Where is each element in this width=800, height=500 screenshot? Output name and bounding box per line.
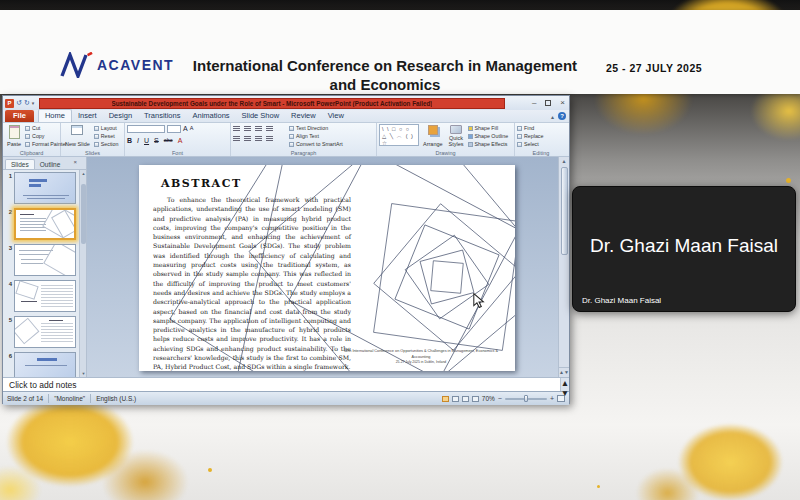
shrink-font-button[interactable]: A	[190, 124, 194, 133]
select-icon	[517, 142, 522, 147]
shapes-gallery[interactable]: \ \ □ ○ ○ △ ╲ ︵ ( ) ☆	[379, 124, 419, 146]
tab-review[interactable]: Review	[285, 110, 322, 122]
increase-indent-button[interactable]	[266, 126, 273, 132]
zoom-slider-handle[interactable]	[524, 395, 528, 402]
font-size-select[interactable]	[167, 125, 181, 133]
speaker-video-tile[interactable]: Dr. Ghazi Maan Faisal Dr. Ghazi Maan Fai…	[572, 186, 796, 312]
slide-thumbnail-1[interactable]: 1	[5, 172, 76, 204]
numbering-button[interactable]	[244, 126, 251, 132]
editing-group-label: Editing	[515, 150, 567, 156]
zoom-slider[interactable]	[505, 398, 547, 400]
notes-pane[interactable]: Click to add notes ▲ ▼	[3, 377, 569, 391]
help-icon[interactable]: ?	[558, 112, 566, 120]
bullets-button[interactable]	[233, 126, 240, 132]
reading-view-button[interactable]	[462, 396, 469, 402]
tab-home[interactable]: Home	[38, 109, 72, 122]
language-indicator[interactable]: English (U.S.)	[96, 395, 136, 402]
convert-smartart-button[interactable]: Convert to SmartArt	[289, 141, 343, 147]
maximize-button[interactable]	[545, 100, 551, 106]
layout-icon	[94, 126, 99, 131]
scroll-down-icon[interactable]: ▼	[561, 388, 569, 398]
slide-thumbnail-5[interactable]: 5	[5, 316, 76, 348]
scroll-up-icon[interactable]: ▲	[559, 157, 569, 166]
slides-panel-scrollbar[interactable]: ▲ ▼	[79, 170, 86, 377]
quick-styles-button[interactable]: Quick Styles	[447, 124, 466, 148]
shape-outline-button[interactable]: Shape Outline	[468, 133, 509, 139]
slide-canvas[interactable]: ABSTRACT To enhance the theoretical fram…	[139, 165, 515, 371]
slide-thumbnail-3[interactable]: 3	[5, 244, 76, 276]
clear-formatting-button[interactable]: abc	[164, 136, 173, 145]
underline-button[interactable]: U	[144, 136, 149, 145]
redo-icon[interactable]: ↻	[24, 98, 30, 108]
text-direction-button[interactable]: Text Direction	[289, 125, 343, 131]
speaker-display-name: Dr. Ghazi Maan Faisal	[573, 235, 795, 257]
grow-font-button[interactable]: A	[183, 124, 188, 133]
close-button[interactable]: ×	[560, 98, 565, 108]
reset-button[interactable]: Reset	[94, 133, 119, 139]
arrange-button[interactable]: Arrange	[421, 124, 445, 148]
select-button[interactable]: Select	[517, 141, 543, 147]
slide-editor[interactable]: ABSTRACT To enhance the theoretical fram…	[87, 157, 558, 377]
ribbon-tabs-row: File Home Insert Design Transitions Anim…	[3, 110, 569, 123]
align-text-button[interactable]: Align Text	[289, 133, 343, 139]
tab-slides-thumbnails[interactable]: Slides	[5, 159, 35, 169]
slideshow-view-button[interactable]	[472, 396, 479, 402]
section-button[interactable]: Section	[94, 141, 119, 147]
new-slide-button[interactable]: New Slide	[63, 124, 92, 148]
scroll-up-icon[interactable]: ▲	[561, 378, 569, 388]
powerpoint-window: P ↺ ↻ ▾ Sustainable Development Goals un…	[2, 95, 570, 404]
slide-sorter-view-button[interactable]	[452, 396, 459, 402]
scroll-up-icon[interactable]: ▲	[80, 171, 87, 176]
ppt-workarea: Slides Outline × 1	[3, 157, 569, 377]
quick-styles-icon	[450, 125, 462, 134]
speaker-name-label: Dr. Ghazi Maan Faisal	[582, 296, 661, 305]
minimize-ribbon-icon[interactable]: ▴	[551, 113, 554, 120]
scroll-down-icon[interactable]: ▼	[80, 371, 87, 376]
tab-transitions[interactable]: Transitions	[138, 110, 186, 122]
tab-slide-show[interactable]: Slide Show	[236, 110, 286, 122]
drawing-group-label: Drawing	[377, 150, 514, 156]
mouse-cursor-icon	[473, 293, 485, 308]
notes-scrollbar[interactable]: ▲ ▼	[560, 378, 569, 391]
font-color-button[interactable]: A	[178, 136, 183, 145]
tab-animations[interactable]: Animations	[186, 110, 235, 122]
editor-scrollbar[interactable]: ▲ ▲▼	[558, 157, 569, 377]
font-name-select[interactable]	[127, 125, 165, 133]
gold-dot	[786, 178, 791, 183]
minimize-button[interactable]: –	[532, 98, 536, 108]
slide-thumbnail-6[interactable]: 6	[5, 352, 76, 377]
smartart-icon	[289, 142, 294, 147]
slide-thumbnail-4[interactable]: 4	[5, 280, 76, 312]
normal-view-button[interactable]	[442, 396, 449, 402]
tab-design[interactable]: Design	[103, 110, 138, 122]
strikethrough-button[interactable]: S	[154, 136, 159, 145]
replace-button[interactable]: Replace	[517, 133, 543, 139]
conference-dates: 25 - 27 JULY 2025	[606, 62, 702, 74]
close-panel-icon[interactable]: ×	[73, 159, 77, 165]
slide-thumbnail-2[interactable]: 2	[5, 208, 76, 240]
bold-button[interactable]: B	[127, 136, 132, 145]
tab-view[interactable]: View	[322, 110, 350, 122]
align-center-button[interactable]	[244, 136, 251, 142]
paste-button[interactable]: Paste	[5, 124, 23, 148]
qat-dropdown-icon[interactable]: ▾	[32, 100, 35, 106]
decrease-indent-button[interactable]	[255, 126, 262, 132]
scrollbar-thumb[interactable]	[561, 167, 568, 255]
theme-name[interactable]: "Monoline"	[54, 395, 85, 402]
undo-icon[interactable]: ↺	[16, 98, 22, 108]
tab-outline[interactable]: Outline	[35, 160, 66, 169]
layout-button[interactable]: Layout	[94, 125, 119, 131]
zoom-out-button[interactable]: −	[498, 395, 502, 403]
previous-next-slide-buttons[interactable]: ▲▼	[559, 367, 569, 376]
justify-button[interactable]	[266, 136, 273, 142]
tab-file[interactable]: File	[5, 110, 34, 122]
align-right-button[interactable]	[255, 136, 262, 142]
align-left-button[interactable]	[233, 136, 240, 142]
tab-insert[interactable]: Insert	[72, 110, 103, 122]
find-button[interactable]: Find	[517, 125, 543, 131]
zoom-in-button[interactable]: +	[550, 395, 554, 403]
italic-button[interactable]: I	[137, 136, 139, 145]
shape-fill-button[interactable]: Shape Fill	[468, 125, 509, 131]
slide-counter: Slide 2 of 14	[7, 395, 43, 402]
shape-effects-button[interactable]: Shape Effects	[468, 141, 509, 147]
